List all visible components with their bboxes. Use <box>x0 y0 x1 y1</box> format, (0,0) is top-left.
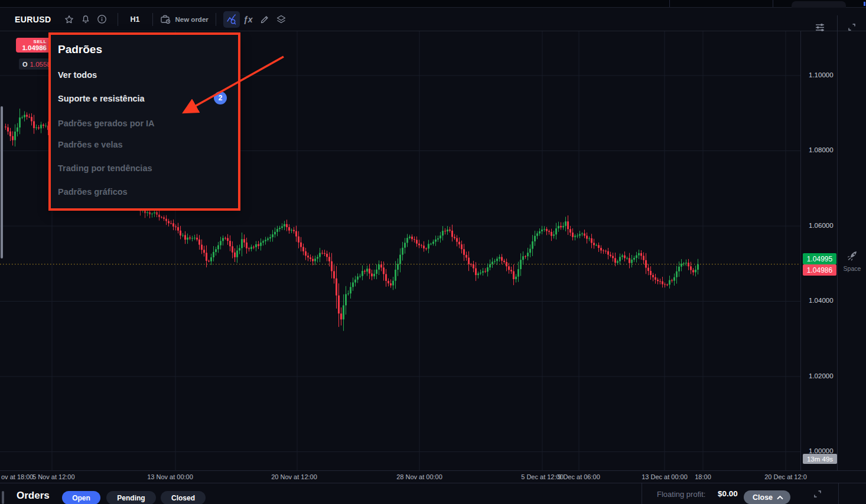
menu-item-padroes-velas[interactable]: Padrões e velas <box>58 140 123 149</box>
time-label: 13 Dec at 00:00 <box>642 473 688 480</box>
time-label: 5 Nov at 12:00 <box>32 473 75 480</box>
trading-terminal: EURUSD H1 New order ƒx <box>0 0 866 504</box>
panel-scrollbar[interactable] <box>2 491 4 504</box>
info-icon[interactable] <box>94 11 110 28</box>
menu-item-padroes-ia[interactable]: Padrões gerados por IA <box>58 119 155 128</box>
menu-item-padroes-graficos[interactable]: Padrões gráficos <box>58 187 128 197</box>
patterns-menu: Padrões Ver todos Suporte e resistência … <box>50 34 239 210</box>
time-label: 20 Dec at 12:0 <box>764 473 807 480</box>
time-label: 28 Nov at 00:00 <box>396 473 442 480</box>
space-button[interactable]: Space <box>838 248 866 272</box>
chart-toolbar: EURUSD H1 New order ƒx <box>0 8 866 31</box>
patterns-menu-title: Padrões <box>58 43 102 56</box>
time-label: 5 Dec at 12:00 <box>521 473 564 480</box>
tab-pending[interactable]: Pending <box>106 491 156 504</box>
top-strip-accent <box>864 2 865 6</box>
new-order-button[interactable]: New order <box>160 14 209 24</box>
orders-title: Orders <box>17 490 50 502</box>
time-label: 18:00 <box>695 473 711 480</box>
top-strip-tab <box>792 1 846 8</box>
price-tick: 1.10000 <box>809 71 834 78</box>
price-axis[interactable]: 1.10000 1.08000 1.06000 1.04000 1.02000 … <box>800 31 837 470</box>
time-axis[interactable]: ov at 18:00 5 Nov at 12:00 13 Nov at 00:… <box>0 470 866 483</box>
sell-position-badge[interactable]: SELL 1.04986 <box>16 38 50 53</box>
orders-right-group: Floating profit: $0.00 Close <box>642 483 866 504</box>
right-side-panel: Space <box>837 31 866 470</box>
orders-panel: Orders Open Pending Closed Floating prof… <box>0 483 866 504</box>
tab-open[interactable]: Open <box>62 491 100 504</box>
open-price: 1.0558 <box>30 61 51 68</box>
chart-area[interactable]: 1.10000 1.08000 1.06000 1.04000 1.02000 … <box>0 31 866 470</box>
time-label: 13 Nov at 00:00 <box>147 473 193 480</box>
chevron-up-icon <box>777 495 783 500</box>
panel-expand-icon[interactable] <box>812 489 823 502</box>
bid-price-badge: 1.04986 <box>803 264 836 276</box>
price-tick: 1.02000 <box>809 372 834 379</box>
pattern-count-badge: 2 <box>214 91 227 104</box>
toolbar-divider <box>216 13 216 26</box>
sell-price: 1.04986 <box>16 44 47 51</box>
rocket-icon <box>846 248 859 261</box>
toolbar-divider <box>118 13 118 26</box>
time-label: 9 Dec at 06:00 <box>558 473 600 480</box>
favorite-star-icon[interactable] <box>61 11 77 28</box>
panel-divider <box>838 483 839 504</box>
sell-label: SELL <box>16 39 47 44</box>
price-tick: 1.06000 <box>809 222 834 229</box>
ask-price-badge: 1.04995 <box>803 253 836 264</box>
close-all-button[interactable]: Close <box>744 490 790 504</box>
time-label: 20 Nov at 12:00 <box>271 473 317 480</box>
patterns-tool-icon[interactable] <box>223 11 240 28</box>
left-scrollbar[interactable] <box>1 106 3 258</box>
indicators-fx-icon[interactable]: ƒx <box>240 11 256 28</box>
price-tick: 1.04000 <box>809 297 834 304</box>
menu-item-ver-todos[interactable]: Ver todos <box>58 70 97 80</box>
timeframe-button[interactable]: H1 <box>125 12 145 27</box>
toolbar-divider <box>152 13 153 26</box>
time-label: ov at 18:00 <box>1 473 33 480</box>
menu-item-suporte-resistencia[interactable]: Suporte e resistência <box>58 94 145 103</box>
tab-closed[interactable]: Closed <box>161 491 206 504</box>
symbol-label[interactable]: EURUSD <box>15 15 51 24</box>
browser-top-strip <box>0 0 866 8</box>
space-label: Space <box>838 265 866 272</box>
menu-item-trading-tendencias[interactable]: Trading por tendências <box>58 163 152 173</box>
floating-profit-label: Floating profit: <box>657 490 705 499</box>
open-price-pill[interactable]: O 1.0558 <box>19 58 50 70</box>
top-strip-divider <box>669 0 670 7</box>
bar-countdown-badge: 13m 49s <box>803 454 837 464</box>
new-order-label: New order <box>175 16 209 23</box>
floating-profit-value: $0.00 <box>718 489 738 498</box>
briefcase-icon <box>160 14 171 24</box>
top-strip-divider <box>773 0 773 7</box>
objects-layers-icon[interactable] <box>273 11 289 28</box>
open-marker: O <box>22 61 28 68</box>
drawing-pencil-icon[interactable] <box>256 11 273 28</box>
alerts-bell-icon[interactable] <box>77 11 94 28</box>
price-tick: 1.08000 <box>809 146 834 153</box>
